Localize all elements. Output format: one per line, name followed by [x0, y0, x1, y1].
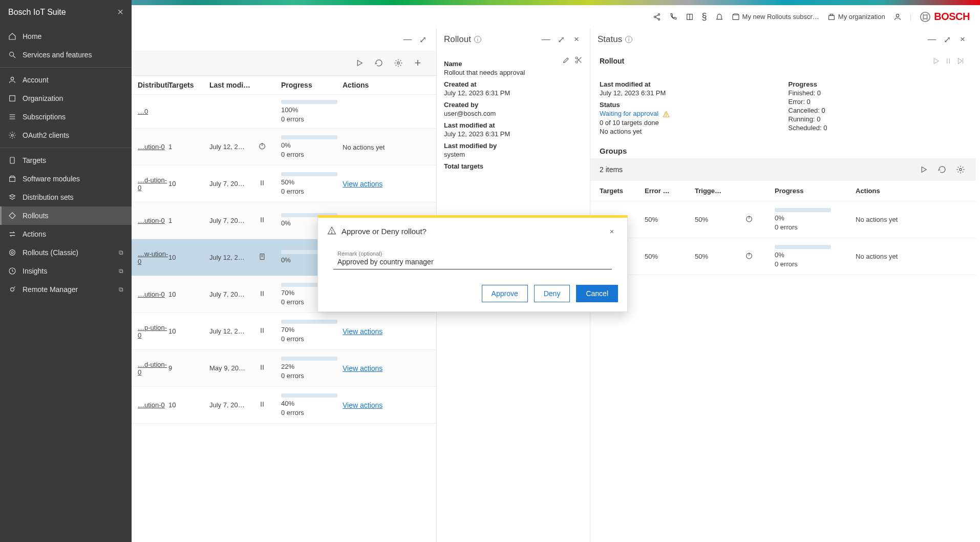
- svg-marker-59: [922, 166, 926, 172]
- edit-icon[interactable]: [562, 56, 570, 66]
- table-row[interactable]: …d-ution-0 9 May 9, 20… 22%0 errors View…: [132, 350, 436, 387]
- add-icon[interactable]: +: [412, 57, 424, 69]
- approve-deny-modal: Approve or Deny rollout? × Remark (optio…: [317, 215, 628, 312]
- distribution-link[interactable]: …ution-0: [138, 143, 168, 151]
- gear-icon[interactable]: [392, 57, 404, 69]
- cancel-button[interactable]: Cancel: [576, 285, 618, 302]
- paragraph-icon[interactable]: §: [702, 11, 707, 22]
- book-icon[interactable]: [686, 13, 694, 21]
- user-icon[interactable]: [893, 13, 902, 21]
- skip-icon[interactable]: [954, 55, 967, 67]
- sidebar-item-organization[interactable]: Organization: [0, 89, 132, 108]
- sidebar-item-subscriptions[interactable]: Subscriptions: [0, 108, 132, 126]
- expand-icon[interactable]: ⤢: [941, 33, 953, 46]
- sidebar-item-actions[interactable]: Actions: [0, 225, 132, 243]
- table-row[interactable]: …p-ution-0 10 July 12, 2… 70%0 errors Vi…: [132, 313, 436, 350]
- view-actions-link[interactable]: View actions: [343, 180, 382, 188]
- view-actions-link[interactable]: View actions: [343, 401, 382, 409]
- sidebar-item-remote-manager[interactable]: Remote Manager ⧉: [0, 280, 132, 299]
- sidebar-item-software-modules[interactable]: Software modules: [0, 170, 132, 188]
- brand-rainbow: [0, 0, 980, 5]
- svg-line-3: [655, 15, 658, 16]
- close-icon[interactable]: ×: [570, 33, 583, 46]
- group-row[interactable]: … 5 50% 50% 0%0 errors No actions yet: [590, 201, 976, 238]
- distribution-link[interactable]: …ution-0: [138, 290, 168, 298]
- distribution-link[interactable]: …p-ution-0: [138, 324, 168, 339]
- expand-icon[interactable]: ⤢: [555, 33, 567, 46]
- svg-rect-22: [10, 157, 14, 163]
- sidebar-item-insights[interactable]: Insights ⧉: [0, 262, 132, 280]
- status-icon: [258, 326, 281, 336]
- exchange-icon: [8, 230, 16, 238]
- sidebar-item-account[interactable]: Account: [0, 71, 132, 89]
- sidebar-item-home[interactable]: Home: [0, 27, 132, 46]
- svg-marker-55: [958, 58, 963, 64]
- svg-point-10: [896, 14, 899, 16]
- groups-title: Groups: [590, 140, 976, 158]
- subscription-selector[interactable]: My new Rollouts subscr…: [732, 13, 819, 21]
- play-icon[interactable]: [918, 163, 930, 176]
- distribution-link[interactable]: …ution-0: [138, 401, 168, 409]
- table-row[interactable]: …d-ution-0 10 July 7, 20… 50%0 errors Vi…: [132, 165, 436, 202]
- group-row[interactable]: …2 5 50% 50% 0%0 errors No actions yet: [590, 238, 976, 275]
- external-link-icon: ⧉: [119, 249, 123, 256]
- sidebar-item-services[interactable]: Services and features: [0, 46, 132, 64]
- status-icon: [258, 179, 281, 189]
- groups-headers: Targets Error … Trigge… Progress Actions: [590, 181, 976, 201]
- distribution-link[interactable]: …w-ution-0: [138, 250, 168, 265]
- view-actions-link[interactable]: View actions: [343, 364, 382, 372]
- notifications-icon[interactable]: [715, 13, 723, 21]
- sidebar-item-rollouts[interactable]: Rollouts: [0, 206, 132, 225]
- distribution-link[interactable]: …d-ution-0: [138, 361, 168, 376]
- distribution-link[interactable]: …0: [138, 108, 168, 115]
- status-icon: [258, 289, 281, 299]
- info-icon[interactable]: i: [625, 36, 632, 43]
- close-icon[interactable]: ×: [117, 6, 123, 18]
- warning-icon: [327, 226, 336, 237]
- refresh-icon[interactable]: [936, 163, 948, 176]
- distribution-link[interactable]: …d-ution-0: [138, 176, 168, 192]
- sidebar-item-oauth[interactable]: OAuth2 clients: [0, 126, 132, 144]
- share-icon[interactable]: [653, 13, 661, 21]
- view-actions-link[interactable]: View actions: [343, 327, 382, 336]
- close-icon[interactable]: ×: [956, 33, 969, 46]
- list-icon: [8, 113, 16, 121]
- organization-selector[interactable]: My organization: [827, 13, 885, 21]
- status-value-link[interactable]: Waiting for approval: [600, 110, 658, 117]
- sidebar-item-distribution-sets[interactable]: Distribution sets: [0, 188, 132, 206]
- info-icon[interactable]: i: [474, 36, 481, 43]
- minimize-icon[interactable]: —: [540, 33, 552, 46]
- distribution-link[interactable]: …ution-0: [138, 217, 168, 224]
- remark-input[interactable]: Remark (optional) Approved by country ma…: [333, 249, 612, 269]
- sidebar-item-rollouts-classic[interactable]: Rollouts (Classic) ⧉: [0, 243, 132, 262]
- power-icon: [745, 252, 771, 261]
- rollout-label: Rollout: [600, 57, 624, 65]
- insights-icon: [8, 267, 16, 275]
- expand-icon[interactable]: ⤢: [417, 33, 429, 46]
- groups-toolbar: 2 items: [590, 158, 976, 181]
- list-headers: Distributi… Targets Last modi… Progress …: [132, 76, 436, 95]
- svg-point-60: [960, 168, 962, 171]
- play-icon[interactable]: [353, 57, 366, 69]
- phone-icon[interactable]: [669, 13, 677, 21]
- table-row[interactable]: …ution-0 10 July 7, 20… 40%0 errors View…: [132, 387, 436, 424]
- sidebar-item-targets[interactable]: Targets: [0, 151, 132, 170]
- svg-point-12: [10, 52, 14, 56]
- sidebar: Bosch IoT Suite × Home Services and feat…: [0, 0, 132, 542]
- table-row[interactable]: …ution-0 1 July 12, 2… 0%0 errors No act…: [132, 129, 436, 165]
- approve-button[interactable]: Approve: [482, 285, 528, 302]
- play-icon[interactable]: [930, 55, 942, 67]
- pause-icon[interactable]: [942, 55, 954, 67]
- svg-point-66: [331, 232, 332, 233]
- minimize-icon[interactable]: —: [401, 33, 414, 46]
- table-row[interactable]: …0 100%0 errors: [132, 95, 436, 129]
- svg-point-26: [11, 252, 13, 254]
- building-icon: [8, 94, 16, 102]
- minimize-icon[interactable]: —: [926, 33, 938, 46]
- refresh-icon[interactable]: [373, 57, 385, 69]
- scissors-icon[interactable]: [574, 56, 583, 66]
- close-icon[interactable]: ×: [606, 225, 618, 237]
- svg-point-25: [10, 250, 15, 256]
- deny-button[interactable]: Deny: [534, 285, 570, 302]
- gear-icon[interactable]: [954, 163, 967, 176]
